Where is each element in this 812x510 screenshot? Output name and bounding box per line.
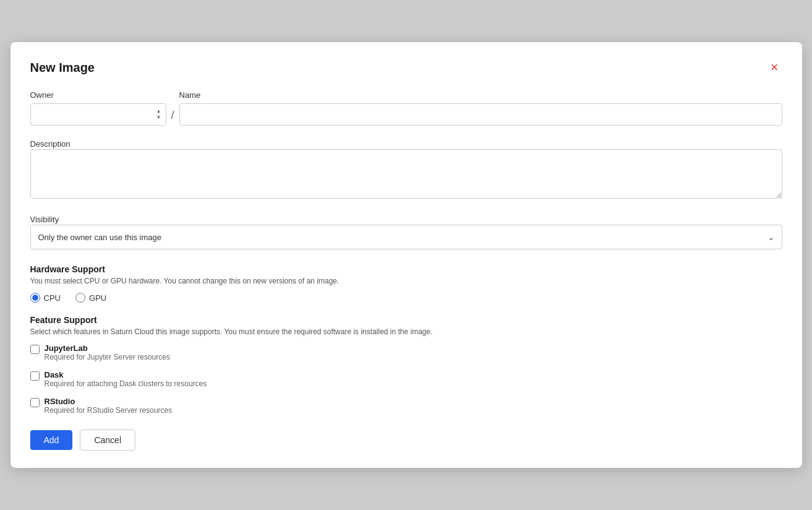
gpu-radio-item[interactable]: GPU: [75, 293, 106, 303]
dask-checkbox-item: Dask Required for attaching Dask cluster…: [30, 370, 782, 388]
dask-content: Dask Required for attaching Dask cluster…: [45, 370, 207, 388]
description-textarea[interactable]: [30, 149, 782, 199]
owner-label: Owner: [30, 90, 166, 100]
feature-section-desc: Select which features in Saturn Cloud th…: [30, 327, 782, 336]
modal-title: New Image: [30, 61, 95, 75]
dask-hint: Required for attaching Dask clusters to …: [45, 379, 207, 388]
rstudio-content: RStudio Required for RStudio Server reso…: [45, 397, 173, 415]
dask-label: Dask: [45, 370, 207, 379]
owner-select-wrapper: ▲ ▼: [30, 103, 166, 126]
visibility-select[interactable]: Only the owner can use this image Anyone…: [30, 225, 782, 249]
rstudio-checkbox-item: RStudio Required for RStudio Server reso…: [30, 397, 782, 415]
hardware-section: Hardware Support You must select CPU or …: [30, 264, 782, 303]
rstudio-hint: Required for RStudio Server resources: [45, 406, 173, 415]
jupyterlab-content: JupyterLab Required for Jupyter Server r…: [45, 344, 170, 361]
cpu-label: CPU: [44, 293, 61, 303]
new-image-modal: New Image × Owner ▲ ▼ / Name: [11, 42, 802, 468]
hardware-radio-group: CPU GPU: [30, 293, 782, 303]
slash-separator: /: [166, 110, 179, 126]
description-label: Description: [30, 139, 71, 149]
modal-header: New Image ×: [30, 59, 782, 76]
rstudio-checkbox[interactable]: [30, 398, 40, 407]
visibility-select-wrapper: Only the owner can use this image Anyone…: [30, 225, 782, 249]
hardware-section-title: Hardware Support: [30, 264, 782, 274]
cpu-radio-item[interactable]: CPU: [30, 293, 61, 303]
modal-overlay: New Image × Owner ▲ ▼ / Name: [0, 0, 812, 510]
jupyterlab-checkbox[interactable]: [30, 345, 40, 354]
name-label: Name: [179, 90, 782, 100]
name-field-group: Name: [179, 90, 782, 126]
gpu-radio[interactable]: [75, 293, 85, 303]
rstudio-label: RStudio: [45, 397, 173, 406]
jupyterlab-label: JupyterLab: [45, 344, 170, 353]
owner-field-group: Owner ▲ ▼: [30, 90, 166, 126]
name-input[interactable]: [179, 103, 782, 126]
owner-select[interactable]: [30, 103, 166, 126]
visibility-label: Visibility: [30, 215, 59, 224]
gpu-label: GPU: [89, 293, 106, 303]
jupyterlab-checkbox-item: JupyterLab Required for Jupyter Server r…: [30, 344, 782, 361]
add-button[interactable]: Add: [30, 430, 73, 450]
action-row: Add Cancel: [30, 430, 782, 451]
description-group: Description: [30, 138, 782, 201]
feature-section-title: Feature Support: [30, 315, 782, 325]
close-button[interactable]: ×: [767, 59, 782, 76]
hardware-section-desc: You must select CPU or GPU hardware. You…: [30, 277, 782, 285]
dask-checkbox[interactable]: [30, 371, 40, 381]
jupyterlab-hint: Required for Jupyter Server resources: [45, 353, 170, 361]
visibility-group: Visibility Only the owner can use this i…: [30, 214, 782, 249]
feature-section: Feature Support Select which features in…: [30, 315, 782, 415]
cancel-button[interactable]: Cancel: [80, 430, 135, 451]
owner-name-row: Owner ▲ ▼ / Name: [30, 90, 782, 126]
cpu-radio[interactable]: [30, 293, 40, 303]
